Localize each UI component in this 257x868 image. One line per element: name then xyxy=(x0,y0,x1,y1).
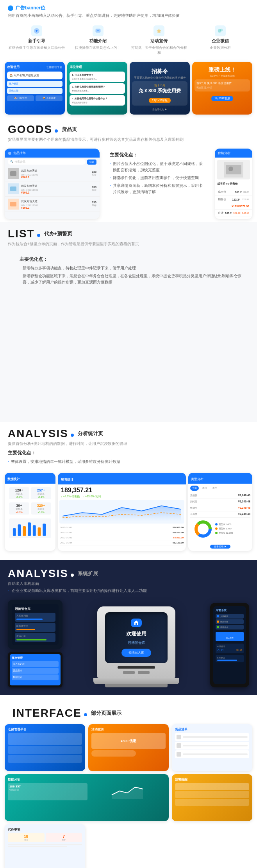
feature-title: 功能介绍 xyxy=(69,38,127,44)
analysis-mini-stats-phone: 数据统计 120+ 总订单 +5.1% 257+ 新订单 +5.1% xyxy=(5,473,55,551)
svg-rect-15 xyxy=(13,528,16,536)
analysis-feature-1: 整体设置，安排地指的年一统计模型，采用多维度分析统计数据 xyxy=(8,459,249,465)
phone-mockup-4: 重磅上线！ 2020年7月仓库服务系统 前3个月 免 ¥ 800 系统使用费 截… xyxy=(192,62,252,115)
analysis-screens: 数据统计 120+ 总订单 +5.1% 257+ 新订单 +5.1% xyxy=(0,470,257,554)
goods-list-phone: 货品清单 🔍 搜索货品 筛选 武汉方地天道 WH: 202211001 ¥101… xyxy=(5,149,100,219)
sub-section-wechat: 企业微信 企业数据分析 xyxy=(191,25,250,56)
phone-mockup-3: 招募令 不需要其他仓企业做合作为我们的客户服务 前 1 个月 免 ¥ 800 系… xyxy=(130,62,190,115)
analysis-row-4: 合计 109.2 322.92 142.14 xyxy=(215,210,252,217)
svg-rect-9 xyxy=(10,187,16,191)
list-title-cn: 代办+预警页 xyxy=(44,230,73,237)
banner-tag-icon xyxy=(8,5,13,11)
guide-title: 新手引导 xyxy=(8,38,66,44)
terminal-welcome: 欢迎使用 xyxy=(126,630,146,637)
analysis-section-header: ANALYSIS 分析统计页 xyxy=(0,422,257,441)
analysis-data-row-2: 2022-01-02 ¥18200.00 xyxy=(60,530,184,535)
banner-section: 广告banner位 利用首页的小画布植入活动公告、新手引导、重点功能讲解，更好地… xyxy=(0,0,257,25)
svg-point-25 xyxy=(200,526,206,532)
right-tablet-phone: 库管系统 入库确认 出库审批 库存盘点 确认操作 今日 xyxy=(210,603,249,687)
interface-title-cn: 部分页面展示 xyxy=(91,710,121,717)
wechat-desc: 企业数据分析 xyxy=(191,45,250,50)
terminal-sub: 冠德管仓库 xyxy=(128,640,145,646)
analysis-row-2: 销售价 112.34 322.92 xyxy=(215,196,252,203)
system-title-cn: 系统扩展 xyxy=(78,570,98,577)
svg-rect-16 xyxy=(18,524,21,536)
main-amount: 189,357.21 xyxy=(61,487,183,494)
list-feature-2: 新增存预仓功能区域下来，消息合在中年务合台处理里，在各仓里处理里，系统中提仓货和… xyxy=(20,273,245,285)
list-section-header: LIST 代办+预警页 xyxy=(0,222,257,241)
interface-section: INTERFACE 部分页面展示 仓储管理平台 活动宣传 ¥800 优惠 xyxy=(0,695,257,868)
guide-desc: 在适合做手引导在这处植入活动公告 xyxy=(8,45,66,50)
interface-card-4: 数据分析 189,357 销售总额 xyxy=(5,774,169,821)
goods-section-header: GOODS 货品页 xyxy=(0,118,257,136)
sub-section-feature: 功能介绍 快捷操作在这里是怎么上的！ xyxy=(69,25,127,56)
tablet-title: 冠德管仓库 xyxy=(15,607,55,611)
goods-dot xyxy=(55,129,58,133)
svg-rect-11 xyxy=(10,202,16,206)
svg-marker-2 xyxy=(157,29,161,33)
analysis-section: ANALYSIS 分析统计页 提供首位分析+统计地料的的数据，进行时间，让用户沉… xyxy=(0,422,257,560)
svg-rect-21 xyxy=(43,524,46,536)
interface-card-2: 活动宣传 ¥800 优惠 xyxy=(88,724,169,771)
goods-item-1: 武汉方地天道 WH: 202211001 ¥101.2 138 库存 xyxy=(5,166,100,181)
analysis-side-phone: 类型分布 全部 本月 本年 货品类 ¥1,246.40 消耗品 ¥2,340.4… xyxy=(188,473,252,551)
interface-title-en: INTERFACE xyxy=(12,708,82,719)
interface-card-1: 仓储管理平台 xyxy=(5,724,85,771)
side-row-2: 消耗品 ¥2,340.48 xyxy=(190,499,250,505)
list-dot xyxy=(37,234,40,237)
banner-screenshots: 欢迎使用 仓储管理平台 🏠 用户名/账户信息设置 账户设置 系统功能 🏠 门店管… xyxy=(0,59,257,118)
feature-desc: 快捷操作在这里是怎么上的！ xyxy=(69,45,127,50)
goods-feature-2: 筛选条件优化，提前常用查询参件，便于快速查询 xyxy=(110,175,205,181)
svg-rect-19 xyxy=(33,525,36,536)
phone-mockup-1: 欢迎使用 仓储管理平台 🏠 用户名/账户信息设置 账户设置 系统功能 🏠 门店管… xyxy=(5,62,65,115)
promo-icon xyxy=(153,25,164,36)
analysis-features-title: 主要优化点： xyxy=(8,450,249,456)
interface-card-6: 代办事项 18 待办 7 预警 xyxy=(5,824,85,868)
interface-grid: 仓储管理平台 活动宣传 ¥800 优惠 货品清单 xyxy=(5,724,252,868)
svg-rect-18 xyxy=(28,522,31,536)
svg-point-14 xyxy=(228,167,233,171)
system-screens-row: 冠德管仓库 入库单列表 出库单管理 盘点记录 xyxy=(8,600,249,687)
banner-desc: 利用首页的小画布植入活动公告、新手引导、重点功能讲解，更好地帮助用户使用，增加细… xyxy=(8,13,249,18)
list-screens: 代办事项 172 待办 ⊙ 238 ⊙ 13 xyxy=(0,250,257,416)
goods-features-title: 主要优化点： xyxy=(110,152,205,158)
system-feature-1: 企业业实现自助出入库系统扩展，前期主要采用积4的操作进行让入库人工功能 xyxy=(8,588,249,594)
donut-chart: 类型A 1,400 类型B 1,480 类型C 22,000 xyxy=(190,518,250,540)
goods-subtitle: 货品页界面主要有两个个用来的货品清单显示，可进行多种筛选选查货品及库存相关信息及… xyxy=(0,136,257,142)
goods-analysis-phone: 价格分析 成本价 vs 销售价 成本价 101.2 35.24 销售价 11 xyxy=(215,149,252,219)
sub-section-promo: 活动宣传 打钥匙 - 关于全部合合的和合的分析和 xyxy=(130,25,188,56)
analysis-main-phone: 销售统计 189,357.21 ↑ +4.7% 销售额 ↑ +23.0% 利润 xyxy=(58,473,186,551)
banner-tag: 广告banner位 xyxy=(8,5,249,11)
tablet-small-mockup: 冠德管仓库 入库单列表 出库单管理 盘点记录 xyxy=(8,600,62,649)
svg-rect-17 xyxy=(23,526,26,536)
svg-rect-7 xyxy=(10,171,16,176)
svg-point-4 xyxy=(220,29,223,31)
phone-mockup-2: 库位管理 1. 什么是库位管理？ 仓库中各类库位的功能整合... 2. 为什么有… xyxy=(67,62,127,115)
interface-card-5: 预警提醒 xyxy=(172,774,252,821)
promo-desc: 打钥匙 - 关于全部合合的和合的分析和 xyxy=(130,45,188,56)
terminal-scan-btn[interactable]: 扫描出入库 xyxy=(121,649,151,657)
analysis-row-1: 成本价 101.2 35.24 xyxy=(215,188,252,196)
goods-features: 主要优化点： 图片占位大小占位图优化，便于系统定不同规格，采购图面积缩短，加快完… xyxy=(102,149,212,219)
svg-rect-20 xyxy=(38,527,41,536)
goods-item-2: 武汉方地天道 WH: 202211001 ¥101.2 138 库存 xyxy=(5,181,100,197)
wechat-icon xyxy=(215,25,226,36)
analysis-data-row-4: 2022-01-04 ¥32100.00 xyxy=(60,540,184,545)
list-features-title: 主要优化点： xyxy=(20,256,245,263)
banner-sub-row: 新手引导 在适合做手引导在这处植入活动公告 功能介绍 快捷操作在这里是怎么上的！… xyxy=(0,25,257,59)
sub-section-guide: 新手引导 在适合做手引导在这处植入活动公告 xyxy=(8,25,66,56)
goods-item-3: 武汉方地天道 WH: 202211001 ¥101.2 130 库存 xyxy=(5,197,100,212)
side-row-3: 快消品 ¥2,249.48 xyxy=(190,505,250,511)
promo-title: 活动宣传 xyxy=(130,38,188,44)
analysis-dot xyxy=(71,434,74,437)
goods-section: GOODS 货品页 货品页界面主要有两个个用来的货品清单显示，可进行多种筛选选查… xyxy=(0,118,257,222)
side-row-1: 货品类 ¥1,246.40 xyxy=(190,493,250,499)
analysis-title-en: ANALYSIS xyxy=(8,428,68,439)
side-row-4: 工具类 ¥2,249.48 xyxy=(190,511,250,518)
main-chart-area xyxy=(59,500,184,524)
system-section: ANALYSIS 系统扩展 自助出入库机界面 企业业实现自助出入库系统扩展，前期… xyxy=(0,560,257,695)
goods-title-en: GOODS xyxy=(8,124,52,135)
analysis-data-row-1: 2022-01-01 ¥24500.00 xyxy=(60,525,184,530)
interface-section-header: INTERFACE 部分页面展示 xyxy=(5,701,252,720)
goods-screens: 货品清单 🔍 搜索货品 筛选 武汉方地天道 WH: 202211001 ¥101… xyxy=(0,145,257,222)
